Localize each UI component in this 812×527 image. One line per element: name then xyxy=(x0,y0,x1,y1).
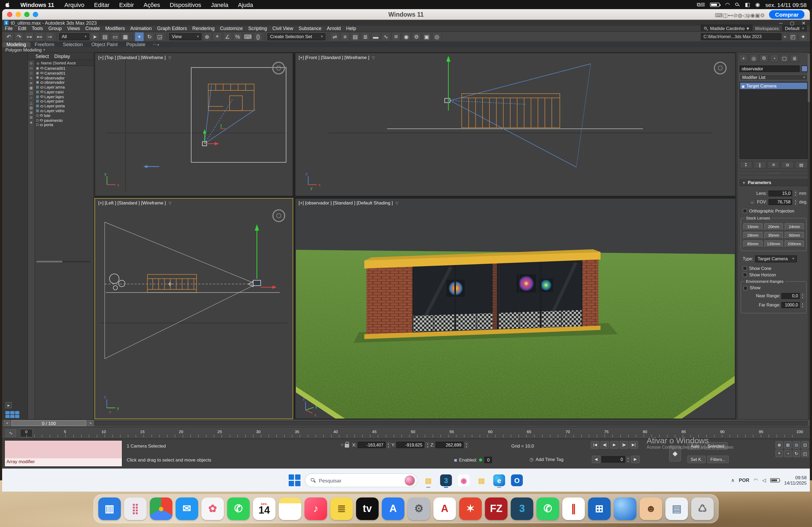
zoom-extents-button[interactable]: ⊙ xyxy=(793,441,800,449)
whatsapp-icon[interactable]: ✆ xyxy=(536,497,559,520)
previous-frame-slider-button[interactable]: < xyxy=(4,420,10,426)
chrome-icon[interactable]: ● xyxy=(150,497,172,520)
command-panel-scrollbar[interactable] xyxy=(808,52,810,419)
viewport-observador[interactable]: [+] [observador ] [Standard ] [Default S… xyxy=(295,198,736,419)
selected-key-dropdown[interactable]: Selected xyxy=(704,442,727,450)
viewport-left[interactable]: [+] [Left ] [Standard ] [Wireframe ]▽ xyxy=(95,198,293,419)
show-end-result-button[interactable]: ∥ xyxy=(753,161,766,168)
max-menu-item[interactable]: Customize xyxy=(217,26,245,31)
stock-lens-button[interactable]: 24mm xyxy=(785,223,804,230)
stock-lens-button[interactable]: 135mm xyxy=(764,240,783,247)
near-range-input[interactable]: 0,0 xyxy=(781,293,800,299)
spotlight-search-icon[interactable] xyxy=(735,2,740,7)
macos-menu-item[interactable]: Arquivo xyxy=(60,1,89,8)
display-mirroring-icon[interactable]: ⧉ xyxy=(697,2,700,7)
viewport-front[interactable]: [+] [Front ] [Standard ] [Wireframe ]▽ xyxy=(295,52,736,196)
set-keys-button[interactable]: ◆ xyxy=(669,446,681,462)
modifier-stack-list[interactable]: ▣ Target Camera xyxy=(740,82,808,159)
toggle-scene-explorer-button[interactable]: ▤ xyxy=(351,32,360,41)
display-bones-icon[interactable]: ▤ xyxy=(30,105,33,109)
fov-direction-button[interactable]: ↔ xyxy=(749,199,755,205)
parallels-icon[interactable]: ∥ xyxy=(562,497,585,520)
snaps-toggle-button[interactable]: ⌖ xyxy=(213,32,222,41)
max-menu-item[interactable]: Civil View xyxy=(270,26,296,31)
environment-show-checkbox[interactable] xyxy=(743,286,748,290)
object-color-swatch[interactable] xyxy=(801,65,808,72)
stock-lens-button[interactable]: 15mm xyxy=(743,223,762,230)
toggle-ribbon-button[interactable]: ▬ xyxy=(371,32,380,41)
stickies-icon[interactable]: ≣ xyxy=(330,497,353,520)
x-coordinate-input[interactable]: -163,407 xyxy=(358,442,386,448)
object-name-input[interactable]: observador xyxy=(740,65,800,72)
visibility-eye-icon[interactable] xyxy=(40,110,43,112)
display-shapes-icon[interactable]: ▭ xyxy=(30,66,33,70)
go-to-end-button[interactable]: ▶| xyxy=(629,441,638,449)
viewport-layout-button[interactable]: ◰ xyxy=(788,32,798,41)
display-materials-icon[interactable]: ⊞ xyxy=(30,115,33,119)
select-and-link-button[interactable]: ⊶ xyxy=(25,32,34,41)
render-production-button[interactable]: ◎ xyxy=(432,32,441,41)
visibility-eye-icon[interactable] xyxy=(40,100,43,103)
ribbon-tab-freeform[interactable]: Freeform xyxy=(30,42,59,47)
filter-funnel-icon[interactable]: ▽ xyxy=(395,201,398,205)
panel-resize-grip[interactable]: · · · · · xyxy=(740,171,808,176)
listener-output-pane[interactable]: Array modifier xyxy=(5,458,122,466)
autocad-icon[interactable]: A xyxy=(433,497,456,520)
taskbar-chevron-icon[interactable]: ∧ xyxy=(731,478,735,483)
taskbar-search-box[interactable]: Pesquisar xyxy=(305,473,418,487)
ribbon-tab-modeling[interactable]: Modeling xyxy=(2,42,30,47)
max-menu-item[interactable]: Help xyxy=(344,26,359,31)
filezilla-icon[interactable]: FZ xyxy=(485,497,508,520)
user-account-icon[interactable]: ◉ xyxy=(755,2,760,7)
filter-funnel-icon[interactable]: ▽ xyxy=(372,56,375,60)
tray-volume-icon[interactable]: ◁ xyxy=(762,478,766,483)
3ds-max-icon[interactable]: 3 xyxy=(511,497,533,520)
macos-menu-item[interactable]: Janela xyxy=(206,1,233,8)
keyboard-shortcut-override-button[interactable]: ⌨ xyxy=(243,32,252,41)
toolbar-overflow-button[interactable]: » xyxy=(784,34,786,39)
stock-lens-button[interactable]: 200mm xyxy=(785,240,804,247)
max-menu-item[interactable]: Animation xyxy=(128,26,155,31)
stock-lens-button[interactable]: 20mm xyxy=(764,223,783,230)
macos-menu-item[interactable]: Ajuda xyxy=(233,1,258,8)
show-cone-checkbox[interactable] xyxy=(743,266,747,270)
hard-disk-icon[interactable]: ◉ xyxy=(750,12,755,18)
selection-lock-toggle[interactable]: ⊹ xyxy=(340,443,344,447)
ribbon-tab-selection[interactable]: Selection xyxy=(59,42,87,47)
named-selection-sets-button[interactable]: {} xyxy=(253,32,263,41)
time-slider-track[interactable] xyxy=(95,421,808,425)
viewport-left-label[interactable]: [+] [Left ] [Standard ] [Wireframe ] xyxy=(98,200,166,206)
pin-stack-button[interactable]: ↧ xyxy=(740,161,752,168)
workspace-select[interactable]: Default▾ xyxy=(782,25,807,32)
explorer-row[interactable]: ▣ observador xyxy=(35,75,93,80)
system-settings-icon[interactable]: ⚙ xyxy=(408,497,430,520)
stock-lens-button[interactable]: 85mm xyxy=(743,240,762,247)
near-range-spinner[interactable]: ▲▼ xyxy=(801,293,804,299)
viewport-front-label[interactable]: [+] [Front ] [Standard ] [Wireframe ] xyxy=(299,55,369,60)
redo-button[interactable]: ↷ xyxy=(14,32,24,41)
max-menu-item[interactable]: Create xyxy=(83,26,103,31)
zoom-window-button[interactable] xyxy=(24,12,30,17)
explorer-row[interactable]: ▣ Camera001 xyxy=(35,71,93,76)
track-bar[interactable]: ∿ 05101520253035404550556065707580859095… xyxy=(2,427,810,438)
game-character-icon[interactable]: ☻ xyxy=(640,497,662,520)
explorer-row[interactable]: ▤ Layer:caixi xyxy=(35,90,93,94)
material-editor-button[interactable]: ◉ xyxy=(402,32,411,41)
display-geometry-icon[interactable]: △ xyxy=(30,101,32,104)
fov-spinner[interactable]: ▲▼ xyxy=(794,199,798,205)
visibility-eye-icon[interactable] xyxy=(40,91,43,93)
macos-menu-item[interactable]: Exibir xyxy=(114,1,139,8)
reference-coordinate-select[interactable]: View▾ xyxy=(169,33,201,40)
selection-filter-select[interactable]: All▾ xyxy=(59,33,89,40)
display-cameras-icon[interactable]: ✎ xyxy=(30,76,33,80)
add-time-tag-label[interactable]: Add Time Tag xyxy=(536,457,564,462)
max-menu-item[interactable]: Views xyxy=(64,26,83,31)
taskbar-folder-icon[interactable]: ▤ xyxy=(475,473,489,487)
orthographic-projection-checkbox[interactable] xyxy=(743,209,747,213)
named-selection-set-input[interactable]: Create Selection Set▾ xyxy=(267,33,325,40)
x-spinner[interactable]: ▲▼ xyxy=(387,442,390,448)
macos-menu-item[interactable]: Editar xyxy=(89,1,114,8)
listener-macro-pane[interactable] xyxy=(5,441,122,458)
browser-sphere-icon[interactable] xyxy=(614,497,636,520)
render-setup-button[interactable]: ⚙ xyxy=(412,32,421,41)
